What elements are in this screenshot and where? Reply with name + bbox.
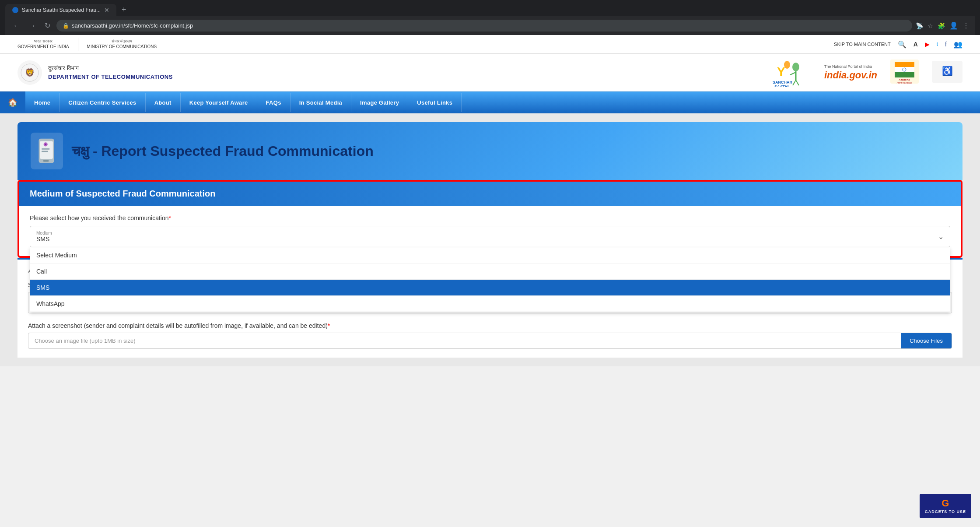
svg-line-5 (793, 80, 796, 85)
svg-rect-26 (43, 160, 49, 162)
skip-to-main-link[interactable]: SKIP TO MAIN CONTENT (834, 42, 891, 47)
form-section-title: Medium of Suspected Fraud Communication (30, 189, 950, 199)
india-emblem: 🦁 (18, 60, 42, 85)
gov-india-english: GOVERNMENT OF INDIA (18, 44, 69, 50)
sitemap-icon[interactable]: 👥 (954, 40, 962, 49)
search-icon[interactable]: 🔍 (898, 40, 906, 49)
svg-rect-12 (895, 62, 914, 67)
sanchar-saathi-logo: Y SANCHAR SAATHI (772, 58, 811, 87)
dept-name: दूरसंचार विभाग DEPARTMENT OF TELECOMMUNI… (48, 64, 173, 81)
url-text: sancharsaathi.gov.in/sfc/Home/sfc-compla… (72, 22, 193, 29)
forward-button[interactable]: → (26, 20, 38, 32)
site-logo-area: 🦁 दूरसंचार विभाग DEPARTMENT OF TELECOMMU… (18, 60, 173, 85)
dropdown-label: Medium (36, 231, 52, 235)
india-gov-text: india.gov.in (824, 70, 877, 81)
screenshot-label: Attach a screenshot (sender and complain… (28, 322, 952, 329)
address-bar[interactable]: 🔒 sancharsaathi.gov.in/sfc/Home/sfc-comp… (56, 20, 912, 32)
medium-dropdown[interactable]: Medium SMS ⌄ (30, 226, 950, 247)
dept-hindi: दूरसंचार विभाग (48, 64, 173, 73)
site-nav: 🏠 Home Citizen Centric Services About Ke… (0, 91, 980, 113)
nav-item-keepaware[interactable]: Keep Yourself Aware (181, 93, 257, 112)
cast-icon[interactable]: 📡 (916, 22, 923, 29)
svg-text:SANCHAR: SANCHAR (773, 80, 793, 84)
divider (78, 38, 78, 51)
svg-text:Y: Y (777, 65, 785, 78)
dropdown-current-value: SMS (36, 235, 49, 242)
required-star: * (169, 214, 171, 221)
browser-toolbar: ← → ↻ 🔒 sancharsaathi.gov.in/sfc/Home/sf… (5, 16, 975, 35)
nav-item-about[interactable]: About (146, 93, 181, 112)
ministry-hindi: संचार मंत्रालय (87, 39, 157, 44)
svg-text:Azadi Ka: Azadi Ka (899, 78, 910, 81)
nav-item-gallery[interactable]: Image Gallery (351, 93, 408, 112)
form-section-header: Medium of Suspected Fraud Communication (19, 182, 961, 206)
dropdown-options-list: Select Medium Call SMS WhatsApp (30, 247, 950, 312)
tab-close-button[interactable]: ✕ (104, 7, 109, 14)
site-header: 🦁 दूरसंचार विभाग DEPARTMENT OF TELECOMMU… (0, 54, 980, 91)
svg-text:♿: ♿ (942, 66, 953, 76)
dept-english: DEPARTMENT OF TELECOMMUNICATIONS (48, 73, 173, 81)
communication-label: Please select how you received the commu… (30, 214, 950, 221)
new-tab-button[interactable]: + (118, 4, 130, 16)
tab-favicon (12, 7, 18, 13)
profile-icon[interactable]: 👤 (949, 21, 958, 30)
divyangjan-logo: ♿ (932, 61, 962, 84)
phone-icon (36, 138, 58, 164)
option-call[interactable]: Call (30, 264, 950, 280)
svg-text:🦁: 🦁 (25, 68, 35, 77)
gov-india-label: भारत सरकार GOVERNMENT OF INDIA (18, 39, 69, 50)
nav-item-faqs[interactable]: FAQs (257, 93, 290, 112)
svg-point-2 (792, 63, 799, 71)
dropdown-arrow-icon: ⌄ (938, 232, 944, 241)
bookmark-icon[interactable]: ☆ (928, 22, 933, 29)
gov-india-hindi: भारत सरकार (18, 39, 69, 44)
nav-item-home[interactable]: Home (25, 93, 60, 112)
top-bar-actions: SKIP TO MAIN CONTENT 🔍 A ▶ t f 👥 (834, 40, 962, 49)
svg-rect-24 (42, 148, 49, 150)
nav-item-citizen[interactable]: Citizen Centric Services (60, 93, 145, 112)
nav-item-links[interactable]: Useful Links (408, 93, 462, 112)
gov-logos: भारत सरकार GOVERNMENT OF INDIA संचार मंत… (18, 38, 157, 51)
dropdown-value-area: Medium SMS (36, 231, 52, 242)
screenshot-section: Attach a screenshot (sender and complain… (28, 322, 952, 349)
svg-line-6 (796, 80, 799, 85)
option-sms[interactable]: SMS (30, 280, 950, 296)
svg-text:SAATHI: SAATHI (774, 84, 789, 87)
facebook-icon[interactable]: f (945, 41, 947, 48)
active-tab[interactable]: Sanchar Saathi Suspected Frau... ✕ (5, 4, 116, 16)
file-input-row: Choose an image file (upto 1MB in size) … (28, 333, 952, 349)
medium-dropdown-wrapper: Medium SMS ⌄ Select Medium Call (30, 226, 950, 247)
india-gov-logo: The National Portal of India india.gov.i… (824, 64, 877, 81)
screenshot-required-star: * (328, 322, 330, 329)
reload-button[interactable]: ↻ (42, 20, 53, 32)
svg-rect-14 (895, 72, 914, 77)
site-top-bar: भारत सरकार GOVERNMENT OF INDIA संचार मंत… (0, 35, 980, 54)
form-body: Please select how you received the commu… (19, 206, 961, 256)
menu-icon[interactable]: ⋮ (962, 21, 970, 30)
ministry-english: MINISTRY OF COMMUNICATIONS (87, 44, 157, 50)
tab-title: Sanchar Saathi Suspected Frau... (22, 7, 101, 13)
page-content: चक्षु - Report Suspected Fraud Communica… (0, 113, 980, 366)
toolbar-actions: 📡 ☆ 🧩 👤 ⋮ (916, 21, 970, 30)
twitter-icon[interactable]: t (937, 41, 938, 47)
center-logos: Y SANCHAR SAATHI The National Portal of … (772, 58, 962, 87)
report-banner: चक्षु - Report Suspected Fraud Communica… (18, 122, 962, 180)
azadi-logo: Azadi Ka Amrit Mahotsav (890, 60, 919, 85)
extensions-icon[interactable]: 🧩 (938, 22, 945, 29)
browser-chrome: Sanchar Saathi Suspected Frau... ✕ + ← →… (0, 0, 980, 35)
option-whatsapp[interactable]: WhatsApp (30, 296, 950, 312)
svg-line-4 (790, 72, 796, 75)
ministry-label: संचार मंत्रालय MINISTRY OF COMMUNICATION… (87, 39, 157, 50)
form-card-outer: Medium of Suspected Fraud Communication … (18, 180, 962, 258)
india-gov-sub: The National Portal of India (824, 64, 877, 69)
option-select-medium[interactable]: Select Medium (30, 247, 950, 264)
nav-home-button[interactable]: 🏠 (0, 91, 25, 113)
font-size-icon[interactable]: A (914, 41, 918, 48)
back-button[interactable]: ← (10, 20, 23, 32)
phone-icon-wrap (31, 133, 63, 169)
youtube-icon[interactable]: ▶ (925, 41, 930, 48)
svg-rect-25 (42, 151, 48, 152)
nav-item-social[interactable]: In Social Media (290, 93, 351, 112)
choose-files-button[interactable]: Choose Files (901, 333, 952, 348)
file-placeholder-text: Choose an image file (upto 1MB in size) (28, 333, 901, 348)
